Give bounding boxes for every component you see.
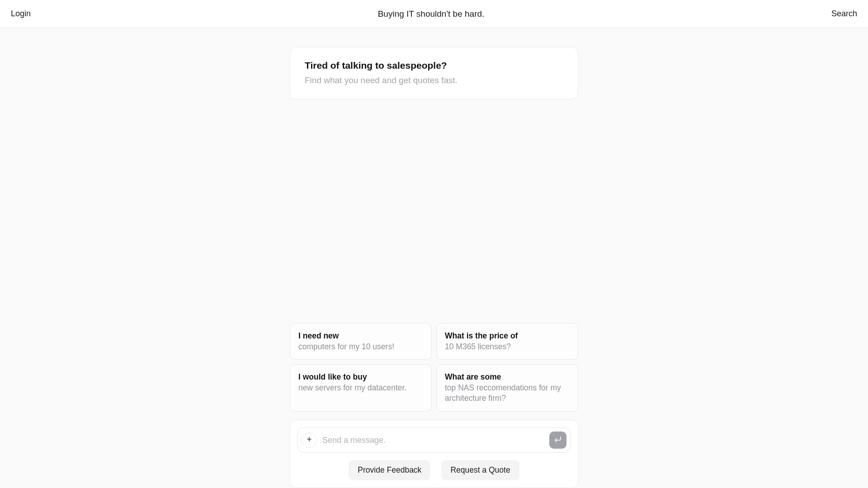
main-area: Tired of talking to salespeople? Find wh… [0,28,868,488]
message-input[interactable] [322,436,544,445]
suggestion-title: I need new [298,331,423,342]
send-button[interactable] [549,432,566,449]
suggestion-card[interactable]: What is the price of 10 M365 licenses? [436,323,578,360]
login-button[interactable]: Login [11,9,31,19]
request-quote-button[interactable]: Request a Quote [441,460,519,480]
header-bar: Login Buying IT shouldn't be hard. Searc… [0,0,868,28]
plus-icon [306,436,313,445]
suggestion-grid: I need new computers for my 10 users! Wh… [290,323,578,412]
suggestion-sub: new servers for my datacenter. [298,383,423,394]
input-row [297,427,571,453]
attach-button[interactable] [302,432,317,448]
suggestion-sub: 10 M365 licenses? [445,342,570,352]
suggestion-sub: computers for my 10 users! [298,342,423,352]
suggestion-title: I would like to buy [298,372,423,383]
suggestion-card[interactable]: What are some top NAS reccomendations fo… [436,364,578,412]
composer-card: Provide Feedback Request a Quote [290,420,578,488]
bottom-block: I need new computers for my 10 users! Wh… [290,323,578,488]
suggestion-card[interactable]: I would like to buy new servers for my d… [290,364,432,412]
suggestion-card[interactable]: I need new computers for my 10 users! [290,323,432,360]
intro-heading: Tired of talking to salespeople? [305,60,563,71]
search-button[interactable]: Search [831,9,857,19]
page-title: Buying IT shouldn't be hard. [378,9,485,19]
intro-subheading: Find what you need and get quotes fast. [305,75,563,85]
provide-feedback-button[interactable]: Provide Feedback [349,460,430,480]
action-row: Provide Feedback Request a Quote [297,460,571,480]
suggestion-sub: top NAS reccomendations for my architect… [445,383,570,404]
suggestion-title: What is the price of [445,331,570,342]
header-left: Login [11,9,31,19]
intro-card: Tired of talking to salespeople? Find wh… [290,47,578,99]
enter-icon [554,435,562,445]
suggestion-title: What are some [445,372,570,383]
